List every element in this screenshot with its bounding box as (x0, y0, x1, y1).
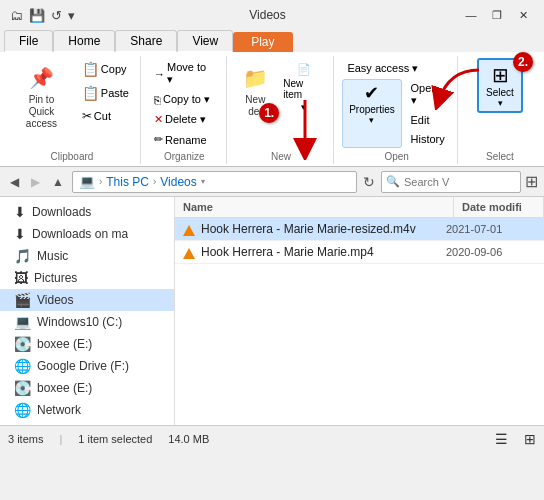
cut-label: Cut (94, 110, 111, 122)
file-list-header: Name Date modifi (175, 197, 544, 218)
google-drive-label: Google Drive (F:) (37, 359, 129, 373)
delete-icon: ✕ (154, 113, 163, 126)
file-row-original[interactable]: Hook Herrera - Marie Marie.mp4 2020-09-0… (175, 241, 544, 264)
sidebar-item-downloads[interactable]: ⬇ Downloads (0, 201, 174, 223)
file-date-resized: 2021-07-01 (446, 223, 536, 235)
select-group: ⊞ Select ▾ 2. Select ↑ (460, 56, 540, 164)
up-button[interactable]: ▲ (48, 173, 68, 191)
maximize-button[interactable]: ❐ (484, 4, 510, 26)
move-to-label: Move to ▾ (167, 61, 215, 86)
easy-access-button[interactable]: Easy access ▾ (342, 59, 423, 78)
view-options-button[interactable]: ⊞ (525, 172, 538, 191)
close-button[interactable]: ✕ (510, 4, 536, 26)
file-date-original: 2020-09-06 (446, 246, 536, 258)
windows10-label: Windows10 (C:) (37, 315, 122, 329)
path-videos[interactable]: Videos (160, 175, 196, 189)
delete-label: Delete ▾ (165, 113, 206, 126)
music-icon: 🎵 (14, 248, 31, 264)
cut-icon: ✂ (82, 109, 92, 123)
sidebar-item-boxee-e2[interactable]: 💽 boxee (E:) (0, 377, 174, 399)
tab-view[interactable]: View (177, 30, 233, 52)
window-title: Videos (83, 8, 452, 22)
sidebar-item-pictures[interactable]: 🖼 Pictures (0, 267, 174, 289)
file-row-resized[interactable]: Hook Herrera - Marie Marie-resized.m4v 2… (175, 218, 544, 241)
back-button[interactable]: ◀ (6, 173, 23, 191)
new-item-label: New item (283, 78, 324, 100)
move-to-button[interactable]: → Move to ▾ (149, 58, 220, 89)
boxee-e-icon: 💽 (14, 336, 31, 352)
search-box[interactable]: 🔍 (381, 171, 521, 193)
new-item-button[interactable]: 📄 New item ▾ (280, 58, 327, 117)
organize-group: → Move to ▾ ⎘ Copy to ▾ ✕ Delete ▾ ✏ Ren… (143, 56, 227, 164)
tab-home[interactable]: Home (53, 30, 115, 52)
path-this-pc[interactable]: This PC (106, 175, 149, 189)
easy-access-label: Easy access ▾ (347, 62, 418, 75)
save-qat-btn[interactable]: 💾 (27, 7, 47, 24)
minimize-button[interactable]: — (458, 4, 484, 26)
forward-button[interactable]: ▶ (27, 173, 44, 191)
column-date[interactable]: Date modifi (454, 197, 544, 217)
edit-label: Edit (411, 114, 430, 126)
new-item-arrow: ▾ (301, 102, 306, 112)
sidebar-item-windows10[interactable]: 💻 Windows10 (C:) (0, 311, 174, 333)
copy-label: Copy (101, 63, 127, 75)
cut-button[interactable]: ✂ Cut (77, 106, 134, 126)
windows10-icon: 💻 (14, 314, 31, 330)
new-buttons: 📁 Newder 1. 📄 New item ▾ (235, 58, 328, 149)
ribbon: 📌 Pin to Quickaccess 📋 Copy 📋 Paste ✂ Cu… (0, 52, 544, 167)
edit-button[interactable]: Edit (406, 111, 451, 129)
tab-file[interactable]: File (4, 30, 53, 52)
rename-button[interactable]: ✏ Rename (149, 130, 212, 149)
file-name-resized: Hook Herrera - Marie Marie-resized.m4v (201, 222, 446, 236)
search-input[interactable] (404, 176, 516, 188)
window-title-text: Videos (249, 8, 285, 22)
new-label: New (271, 151, 291, 164)
sidebar: ⬇ Downloads ⬇ Downloads on ma 🎵 Music 🖼 … (0, 197, 175, 425)
downloads-icon: ⬇ (14, 204, 26, 220)
vlc-icon-2 (183, 248, 195, 259)
sidebar-item-boxee-e[interactable]: 💽 boxee (E:) (0, 333, 174, 355)
tab-video-tools[interactable]: Play (233, 32, 292, 52)
paste-button[interactable]: 📋 Paste (77, 82, 134, 104)
column-name[interactable]: Name (175, 197, 454, 217)
qat-dropdown[interactable]: ▾ (66, 7, 77, 24)
view-list-button[interactable]: ☰ (495, 431, 508, 447)
clipboard-buttons: 📌 Pin to Quickaccess 📋 Copy 📋 Paste ✂ Cu… (10, 58, 134, 149)
annotation-badge-2: 2. (513, 52, 533, 72)
search-icon: 🔍 (386, 175, 400, 188)
copy-to-button[interactable]: ⎘ Copy to ▾ (149, 90, 215, 109)
sidebar-item-google-drive[interactable]: 🌐 Google Drive (F:) (0, 355, 174, 377)
open-label: Open ▾ (411, 82, 446, 107)
address-path[interactable]: 💻 › This PC › Videos ▾ (72, 171, 357, 193)
network-icon: 🌐 (14, 402, 31, 418)
history-button[interactable]: History (406, 130, 451, 148)
rename-label: Rename (165, 134, 207, 146)
properties-dropdown: ▾ (369, 115, 374, 125)
properties-button[interactable]: ✔ Properties ▾ (342, 79, 401, 148)
pin-to-quick-access-button[interactable]: 📌 Pin to Quickaccess (10, 58, 73, 134)
open-buttons: Easy access ▾ ✔ Properties ▾ Open ▾ Edit (342, 58, 451, 149)
file-name-original: Hook Herrera - Marie Marie.mp4 (201, 245, 446, 259)
select-label: Select (486, 151, 514, 164)
view-grid-button[interactable]: ⊞ (524, 431, 536, 447)
new-folder-icon: 📁 (239, 62, 271, 94)
undo-qat-btn[interactable]: ↺ (49, 7, 64, 24)
copy-button[interactable]: 📋 Copy (77, 58, 134, 80)
rename-icon: ✏ (154, 133, 163, 146)
open-button[interactable]: Open ▾ (406, 79, 451, 110)
delete-button[interactable]: ✕ Delete ▾ (149, 110, 211, 129)
ribbon-tab-bar: File Home Share View Play (0, 30, 544, 52)
sidebar-item-network[interactable]: 🌐 Network (0, 399, 174, 421)
sidebar-item-music[interactable]: 🎵 Music (0, 245, 174, 267)
clipboard-label: Clipboard (51, 151, 94, 164)
sidebar-item-downloads-on-ma[interactable]: ⬇ Downloads on ma (0, 223, 174, 245)
new-folder-button[interactable]: 📁 Newder 1. (235, 58, 277, 122)
path-expand: ▾ (201, 177, 205, 186)
select-buttons: ⊞ Select ▾ 2. (477, 58, 523, 149)
sidebar-item-videos[interactable]: 🎬 Videos (0, 289, 174, 311)
select-btn-wrapper: ⊞ Select ▾ 2. (477, 58, 523, 113)
path-separator-1: › (99, 176, 102, 187)
refresh-button[interactable]: ↻ (361, 172, 377, 192)
tab-share[interactable]: Share (115, 30, 177, 52)
window-controls: — ❐ ✕ (458, 4, 536, 26)
